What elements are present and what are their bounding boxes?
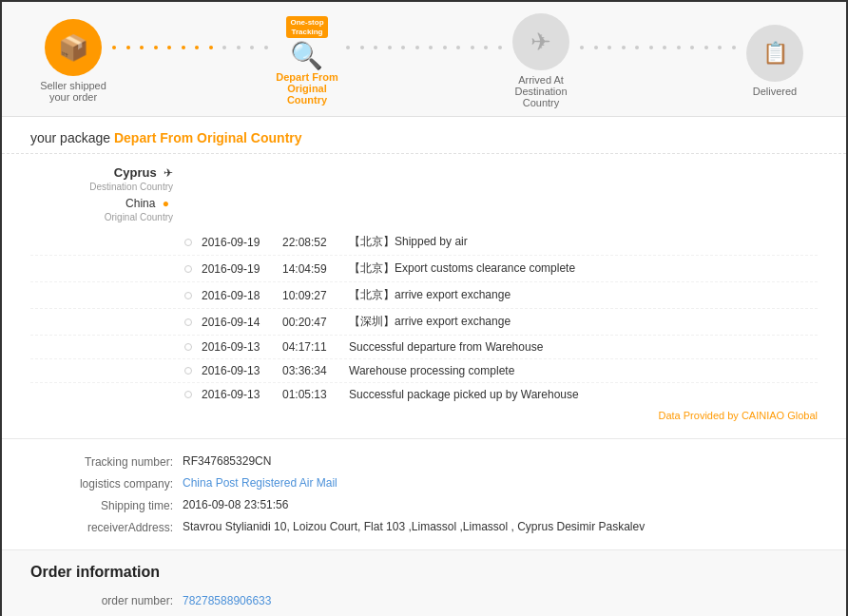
- dot: [112, 46, 116, 49]
- origin-country: China: [125, 197, 155, 210]
- dot: [374, 46, 377, 49]
- destination-row: Cyprus ✈ Destination Country: [30, 164, 818, 193]
- arrived-icon: ✈: [512, 13, 569, 70]
- dot: [388, 46, 392, 49]
- dot: [415, 46, 419, 49]
- dot: [704, 46, 708, 49]
- progress-section: 📦 Seller shipped your order: [2, 2, 846, 117]
- dot: [195, 46, 199, 49]
- seller-shipped-icon: 📦: [45, 19, 102, 76]
- origin-row: China ● Original Country: [30, 195, 818, 223]
- row-dot-5: [184, 367, 192, 375]
- seller-shipped-label: Seller shipped your order: [34, 80, 112, 103]
- data-provider: Data Provided by CAINIAO Global: [30, 406, 818, 429]
- logistics-row: logistics company: China Post Registered…: [30, 472, 818, 494]
- track-desc-3: 【深圳】arrive export exchange: [349, 314, 818, 330]
- progress-steps: 📦 Seller shipped your order: [34, 13, 814, 108]
- dot: [456, 46, 460, 49]
- dots-3: [580, 46, 736, 49]
- track-desc-5: Warehouse processing complete: [349, 364, 818, 377]
- row-dot-0: [184, 239, 192, 246]
- dot: [580, 46, 584, 49]
- track-desc-6: Successful package picked up by Warehous…: [349, 388, 818, 401]
- onestop-icon-wrapper: One-stopTracking 🔍: [286, 16, 327, 71]
- step-seller-shipped: 📦 Seller shipped your order: [34, 19, 112, 103]
- order-number-row: order number: 78278588906633: [30, 590, 818, 611]
- track-date-0: 2016-09-19: [202, 236, 282, 249]
- dot: [250, 46, 254, 49]
- track-desc-4: Successful departure from Warehouse: [349, 340, 818, 354]
- connector-3: [580, 46, 736, 49]
- shipping-time-label: Shipping time:: [30, 498, 183, 512]
- tracking-number-row: Tracking number: RF347685329CN: [30, 451, 818, 472]
- track-time-4: 04:17:11: [282, 340, 349, 354]
- data-provider-name: CAINIAO Global: [742, 410, 818, 421]
- dot: [346, 46, 350, 49]
- shipping-time-value: 2016-09-08 23:51:56: [183, 498, 818, 511]
- track-desc-0: 【北京】Shipped by air: [349, 234, 818, 250]
- row-dot-4: [184, 343, 192, 351]
- dot: [471, 46, 474, 49]
- package-status-text: Depart From Original Country: [114, 130, 302, 145]
- track-time-5: 03:36:34: [282, 364, 349, 377]
- dot: [635, 46, 639, 49]
- row-dot-6: [184, 391, 192, 398]
- track-date-4: 2016-09-13: [202, 340, 282, 354]
- dot: [154, 46, 158, 49]
- origin-sublabel: Original Country: [105, 212, 173, 222]
- step-delivered: 📋 Delivered: [736, 25, 814, 97]
- row-dot-1: [184, 265, 192, 273]
- origin-dot: ●: [163, 197, 169, 210]
- plane-icon: ✈: [164, 166, 173, 180]
- dot: [401, 46, 405, 49]
- shipping-time-row: Shipping time: 2016-09-08 23:51:56: [30, 494, 818, 516]
- connector-1: [112, 46, 268, 49]
- track-time-2: 10:09:27: [282, 289, 349, 302]
- logistics-link[interactable]: China Post Registered Air Mail: [183, 476, 337, 490]
- package-prefix: your package: [30, 130, 110, 145]
- dots-2: [346, 46, 502, 49]
- dot: [677, 46, 681, 49]
- dot: [209, 46, 213, 49]
- destination-country: Cyprus: [114, 165, 157, 180]
- dot: [607, 46, 611, 49]
- dot: [649, 46, 653, 49]
- track-date-6: 2016-09-13: [202, 388, 282, 401]
- track-desc-2: 【北京】arrive export exchange: [349, 287, 818, 303]
- connector-2: [346, 46, 502, 49]
- logistics-value: China Post Registered Air Mail: [183, 476, 818, 490]
- table-row: 2016-09-18 10:09:27 【北京】arrive export ex…: [30, 282, 818, 309]
- dot: [690, 46, 694, 49]
- step-depart-original: One-stopTracking 🔍 Depart From Original …: [268, 16, 346, 106]
- destination-sublabel: Destination Country: [89, 182, 173, 192]
- tracking-number-label: Tracking number:: [30, 454, 183, 469]
- order-number-value: 78278588906633: [183, 594, 271, 607]
- dot: [498, 46, 502, 49]
- magnify-icon: 🔍: [290, 40, 323, 71]
- table-row: 2016-09-13 01:05:13 Successful package p…: [30, 383, 818, 406]
- delivered-icon: 📋: [746, 25, 803, 82]
- dot: [360, 46, 364, 49]
- table-row: 2016-09-19 22:08:52 【北京】Shipped by air: [30, 229, 818, 256]
- dot: [237, 46, 241, 49]
- order-title: Order information: [30, 564, 818, 581]
- dot: [484, 46, 488, 49]
- row-dot-3: [184, 318, 192, 326]
- origin-label: China ● Original Country: [30, 195, 183, 223]
- destination-label: Cyprus ✈ Destination Country: [30, 164, 183, 193]
- dot: [264, 46, 268, 49]
- dot: [140, 46, 144, 49]
- order-number-link[interactable]: 78278588906633: [183, 594, 271, 607]
- order-number-label: order number:: [30, 594, 183, 607]
- receiver-row: receiverAddress: Stavrou Stylianidi 10, …: [30, 516, 818, 538]
- track-date-2: 2016-09-18: [202, 289, 282, 302]
- track-desc-1: 【北京】Export customs clearance complete: [349, 260, 818, 277]
- dot: [663, 46, 666, 49]
- track-time-0: 22:08:52: [282, 236, 349, 249]
- dot: [732, 46, 736, 49]
- track-time-3: 00:20:47: [282, 316, 349, 329]
- arrived-label: Arrived At Destination Country: [502, 74, 580, 108]
- dot: [594, 46, 598, 49]
- dot: [429, 46, 433, 49]
- dot: [126, 46, 130, 49]
